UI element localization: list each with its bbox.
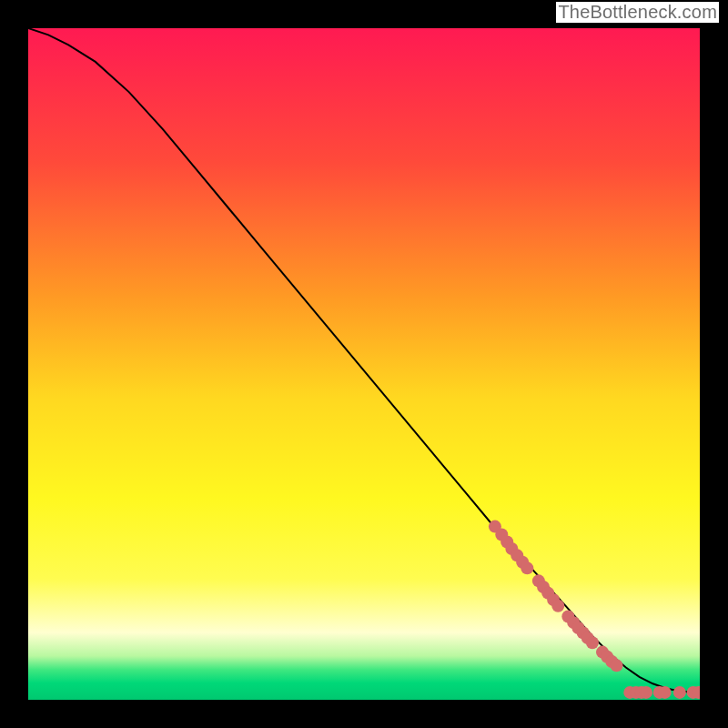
data-point bbox=[659, 686, 672, 699]
chart-frame: TheBottleneck.com bbox=[0, 0, 728, 728]
chart-svg bbox=[28, 28, 700, 700]
data-point bbox=[673, 686, 686, 699]
data-point bbox=[551, 600, 564, 612]
plot-area bbox=[28, 28, 700, 700]
attribution-label: TheBottleneck.com bbox=[556, 2, 719, 23]
data-point bbox=[521, 561, 533, 574]
gradient-background bbox=[28, 28, 700, 700]
data-point bbox=[586, 636, 599, 649]
data-point bbox=[610, 659, 622, 672]
data-point bbox=[640, 686, 652, 699]
